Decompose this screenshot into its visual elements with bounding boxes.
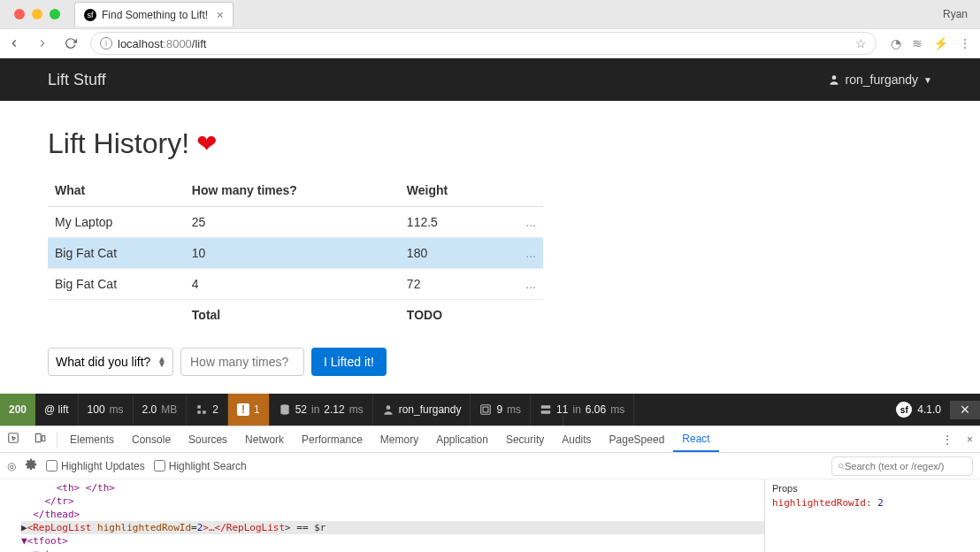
inspect-icon[interactable] [0, 432, 27, 447]
devtools-tab-application[interactable]: Application [427, 426, 497, 452]
lift-table: What How many times? Weight My Laptop251… [48, 174, 543, 330]
sf-close-button[interactable]: × [950, 401, 980, 419]
url-input[interactable]: i localhost:8000/lift ☆ [90, 32, 877, 55]
user-icon [828, 73, 840, 86]
twig-icon [479, 403, 492, 416]
browser-menu-icon[interactable]: ⋮ [959, 36, 971, 50]
cell-times: 4 [185, 269, 400, 300]
sf-db[interactable]: 52 in 2.12 ms [270, 394, 373, 426]
cell-what: Big Fat Cat [48, 269, 185, 300]
table-row[interactable]: Big Fat Cat472... [48, 269, 543, 300]
lift-form: What did you lift? ▲▼ I Lifted it! [48, 348, 932, 376]
svg-rect-5 [541, 405, 551, 409]
react-toolbar: ◎ Highlight Updates Highlight Search [0, 453, 980, 479]
sf-version[interactable]: sf4.1.0 [887, 402, 950, 418]
selected-tree-node[interactable]: ▶<RepLogList highlightedRowId=2>…</RepLo… [21, 521, 764, 534]
text-cursor-icon: I [561, 413, 565, 429]
row-actions[interactable]: ... [499, 238, 543, 269]
site-navbar: Lift Stuff ron_furgandy ▼ [0, 58, 980, 101]
site-info-icon[interactable]: i [100, 37, 112, 50]
col-what: What [48, 174, 185, 207]
sf-user[interactable]: ron_furgandy [373, 394, 471, 426]
page-content: Lift History! ❤ What How many times? Wei… [0, 101, 980, 394]
search-icon [838, 460, 845, 472]
submit-button[interactable]: I Lifted it! [311, 348, 387, 376]
target-icon[interactable]: ◎ [7, 460, 16, 472]
devtools-tab-elements[interactable]: Elements [61, 426, 123, 452]
prop-row: highlightedRowId: 2 [772, 497, 973, 509]
devtools-tab-performance[interactable]: Performance [293, 426, 371, 452]
tab-bar: sf Find Something to Lift! × Ryan [0, 0, 980, 28]
devtools-close-icon[interactable]: × [960, 433, 980, 446]
sf-twig[interactable]: 9 ms [471, 394, 531, 426]
warning-icon: ! [237, 403, 249, 416]
cell-times: 25 [185, 207, 400, 238]
cell-weight: 72 [400, 269, 499, 300]
svg-rect-4 [484, 407, 489, 412]
cell-what: My Laptop [48, 207, 185, 238]
tab-close-icon[interactable]: × [217, 8, 224, 22]
table-row[interactable]: Big Fat Cat10180... [48, 238, 543, 269]
total-label: Total [185, 300, 400, 331]
devtools-tab-react[interactable]: React [673, 426, 718, 452]
table-row[interactable]: My Laptop25112.5... [48, 207, 543, 238]
sf-memory[interactable]: 2.0 MB [134, 394, 188, 426]
window-maximize-button[interactable] [50, 9, 60, 19]
ext-icon-2[interactable]: ≋ [912, 36, 923, 50]
device-toggle-icon[interactable] [27, 432, 53, 447]
user-menu[interactable]: ron_furgandy ▼ [828, 73, 932, 87]
devtools-tab-pagespeed[interactable]: PageSpeed [601, 426, 674, 452]
bookmark-star-icon[interactable]: ☆ [855, 36, 867, 50]
react-tree[interactable]: <th> </th> </tr> </thead> ▶<RepLogList h… [0, 479, 764, 552]
col-times: How many times? [185, 174, 400, 207]
highlight-updates-checkbox[interactable]: Highlight Updates [46, 460, 145, 472]
profile-name[interactable]: Ryan [943, 8, 980, 20]
devtools-tab-security[interactable]: Security [497, 426, 553, 452]
cell-times: 10 [185, 238, 400, 269]
row-actions[interactable]: ... [499, 269, 543, 300]
sf-route[interactable]: @ lift [35, 394, 79, 426]
sf-ajax[interactable]: 2 [187, 394, 228, 426]
brand[interactable]: Lift Stuff [48, 71, 106, 89]
database-icon [279, 403, 291, 416]
devtools-tabs: ElementsConsoleSourcesNetworkPerformance… [0, 426, 980, 453]
back-button[interactable] [0, 29, 28, 58]
svg-point-11 [838, 464, 843, 468]
extension-icons: ◔ ≋ ⚡ ⋮ [882, 36, 980, 50]
props-panel: Props highlightedRowId: 2 [764, 479, 980, 552]
window-minimize-button[interactable] [32, 9, 42, 19]
page-title: Lift History! ❤ [48, 127, 932, 160]
sf-cache[interactable]: 11 in 6.06 ms [531, 394, 634, 426]
devtools-menu-icon[interactable]: ⋮ [935, 433, 960, 446]
cell-what: Big Fat Cat [48, 238, 185, 269]
caret-down-icon: ▼ [923, 75, 932, 85]
row-actions[interactable]: ... [499, 207, 543, 238]
devtools-tab-console[interactable]: Console [123, 426, 180, 452]
devtools: ElementsConsoleSourcesNetworkPerformance… [0, 426, 980, 552]
what-select[interactable]: What did you lift? [48, 348, 173, 376]
browser-chrome: sf Find Something to Lift! × Ryan i loca… [0, 0, 980, 58]
highlight-search-checkbox[interactable]: Highlight Search [154, 460, 247, 472]
browser-tab[interactable]: sf Find Something to Lift! × [74, 2, 234, 27]
forward-button[interactable] [28, 29, 57, 58]
sf-time[interactable]: 100 ms [79, 394, 134, 426]
url-text: localhost:8000/lift [118, 37, 206, 50]
address-bar: i localhost:8000/lift ☆ ◔ ≋ ⚡ ⋮ [0, 28, 980, 58]
cell-weight: 112.5 [400, 207, 499, 238]
sf-errors[interactable]: !1 [228, 394, 270, 426]
ext-icon-3[interactable]: ⚡ [933, 36, 948, 50]
reload-button[interactable] [57, 29, 85, 58]
user-label: ron_furgandy [846, 73, 919, 87]
devtools-tab-network[interactable]: Network [236, 426, 293, 452]
times-input[interactable] [180, 348, 304, 376]
devtools-tab-audits[interactable]: Audits [553, 426, 600, 452]
ext-icon-1[interactable]: ◔ [891, 36, 901, 50]
svg-rect-9 [42, 436, 45, 441]
devtools-search[interactable] [831, 456, 973, 476]
devtools-tab-memory[interactable]: Memory [371, 426, 427, 452]
settings-icon[interactable] [25, 458, 37, 473]
devtools-tab-sources[interactable]: Sources [180, 426, 236, 452]
window-close-button[interactable] [14, 9, 25, 19]
table-header-row: What How many times? Weight [48, 174, 543, 207]
sf-status[interactable]: 200 [0, 394, 35, 426]
